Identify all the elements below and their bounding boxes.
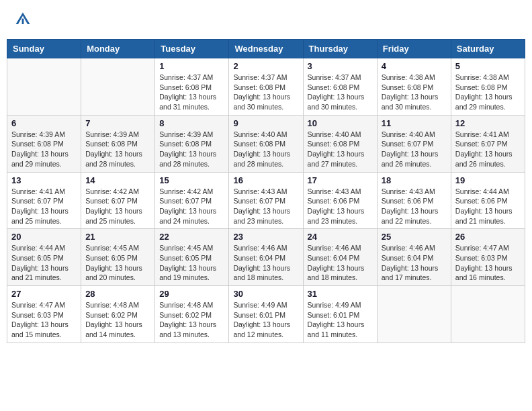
calendar-week-4: 20Sunrise: 4:44 AM Sunset: 6:05 PM Dayli…: [7, 229, 525, 286]
calendar-table: SundayMondayTuesdayWednesdayThursdayFrid…: [7, 39, 525, 343]
day-info: Sunrise: 4:43 AM Sunset: 6:06 PM Dayligh…: [308, 187, 373, 226]
day-number: 31: [308, 289, 373, 299]
day-number: 27: [11, 289, 77, 299]
day-number: 18: [382, 175, 447, 185]
svg-rect-2: [22, 19, 24, 24]
weekday-header-monday: Monday: [81, 40, 155, 58]
day-number: 13: [11, 175, 77, 185]
calendar-day: 23Sunrise: 4:46 AM Sunset: 6:04 PM Dayli…: [229, 229, 303, 286]
calendar-week-1: 1Sunrise: 4:37 AM Sunset: 6:08 PM Daylig…: [7, 58, 525, 116]
calendar-day: 16Sunrise: 4:43 AM Sunset: 6:07 PM Dayli…: [229, 172, 303, 229]
day-info: Sunrise: 4:43 AM Sunset: 6:07 PM Dayligh…: [233, 187, 298, 226]
calendar-day: 14Sunrise: 4:42 AM Sunset: 6:07 PM Dayli…: [81, 172, 155, 229]
calendar-day: 29Sunrise: 4:48 AM Sunset: 6:02 PM Dayli…: [155, 286, 229, 343]
day-info: Sunrise: 4:39 AM Sunset: 6:08 PM Dayligh…: [11, 130, 77, 169]
calendar-day: 1Sunrise: 4:37 AM Sunset: 6:08 PM Daylig…: [155, 58, 229, 116]
day-info: Sunrise: 4:38 AM Sunset: 6:08 PM Dayligh…: [382, 73, 447, 112]
calendar-day: 25Sunrise: 4:46 AM Sunset: 6:04 PM Dayli…: [377, 229, 451, 286]
calendar-day: [81, 58, 155, 116]
day-info: Sunrise: 4:46 AM Sunset: 6:04 PM Dayligh…: [382, 243, 447, 283]
calendar-day: 26Sunrise: 4:47 AM Sunset: 6:03 PM Dayli…: [451, 229, 525, 286]
weekday-header-saturday: Saturday: [451, 40, 525, 58]
day-info: Sunrise: 4:42 AM Sunset: 6:07 PM Dayligh…: [159, 187, 224, 226]
logo-icon: [13, 10, 32, 29]
calendar-week-2: 6Sunrise: 4:39 AM Sunset: 6:08 PM Daylig…: [7, 115, 525, 172]
day-number: 26: [455, 232, 521, 242]
day-number: 4: [382, 61, 447, 71]
calendar-day: 10Sunrise: 4:40 AM Sunset: 6:08 PM Dayli…: [303, 115, 377, 172]
calendar-header: SundayMondayTuesdayWednesdayThursdayFrid…: [7, 40, 525, 58]
calendar-day: 12Sunrise: 4:41 AM Sunset: 6:07 PM Dayli…: [451, 115, 525, 172]
day-info: Sunrise: 4:44 AM Sunset: 6:05 PM Dayligh…: [11, 243, 77, 283]
day-number: 28: [85, 289, 150, 299]
calendar-day: 28Sunrise: 4:48 AM Sunset: 6:02 PM Dayli…: [81, 286, 155, 343]
day-info: Sunrise: 4:40 AM Sunset: 6:08 PM Dayligh…: [308, 130, 373, 169]
logo: [13, 10, 36, 29]
calendar-day: 13Sunrise: 4:41 AM Sunset: 6:07 PM Dayli…: [7, 172, 81, 229]
day-number: 22: [159, 232, 224, 242]
day-number: 5: [455, 61, 521, 71]
weekday-header-tuesday: Tuesday: [155, 40, 229, 58]
day-info: Sunrise: 4:48 AM Sunset: 6:02 PM Dayligh…: [85, 300, 150, 340]
weekday-header-thursday: Thursday: [303, 40, 377, 58]
calendar-day: [377, 286, 451, 343]
weekday-header-friday: Friday: [377, 40, 451, 58]
calendar-day: 3Sunrise: 4:37 AM Sunset: 6:08 PM Daylig…: [303, 58, 377, 116]
day-info: Sunrise: 4:43 AM Sunset: 6:06 PM Dayligh…: [382, 187, 447, 226]
day-number: 8: [159, 118, 224, 128]
day-info: Sunrise: 4:37 AM Sunset: 6:08 PM Dayligh…: [159, 73, 224, 112]
day-info: Sunrise: 4:38 AM Sunset: 6:08 PM Dayligh…: [455, 73, 521, 112]
calendar-day: 8Sunrise: 4:39 AM Sunset: 6:08 PM Daylig…: [155, 115, 229, 172]
day-number: 7: [85, 118, 150, 128]
calendar-day: 7Sunrise: 4:39 AM Sunset: 6:08 PM Daylig…: [81, 115, 155, 172]
day-number: 10: [308, 118, 373, 128]
calendar-day: [451, 286, 525, 343]
day-info: Sunrise: 4:39 AM Sunset: 6:08 PM Dayligh…: [85, 130, 150, 169]
day-info: Sunrise: 4:48 AM Sunset: 6:02 PM Dayligh…: [159, 300, 224, 340]
day-number: 21: [85, 232, 150, 242]
calendar-day: 11Sunrise: 4:40 AM Sunset: 6:07 PM Dayli…: [377, 115, 451, 172]
day-number: 14: [85, 175, 150, 185]
day-number: 19: [455, 175, 521, 185]
calendar-day: 18Sunrise: 4:43 AM Sunset: 6:06 PM Dayli…: [377, 172, 451, 229]
day-info: Sunrise: 4:46 AM Sunset: 6:04 PM Dayligh…: [233, 243, 298, 283]
day-info: Sunrise: 4:45 AM Sunset: 6:05 PM Dayligh…: [159, 243, 224, 283]
day-number: 20: [11, 232, 77, 242]
day-info: Sunrise: 4:39 AM Sunset: 6:08 PM Dayligh…: [159, 130, 224, 169]
day-info: Sunrise: 4:41 AM Sunset: 6:07 PM Dayligh…: [11, 187, 77, 226]
day-number: 6: [11, 118, 77, 128]
calendar-day: 9Sunrise: 4:40 AM Sunset: 6:08 PM Daylig…: [229, 115, 303, 172]
calendar-day: 4Sunrise: 4:38 AM Sunset: 6:08 PM Daylig…: [377, 58, 451, 116]
day-info: Sunrise: 4:47 AM Sunset: 6:03 PM Dayligh…: [11, 300, 77, 340]
day-info: Sunrise: 4:37 AM Sunset: 6:08 PM Dayligh…: [233, 73, 298, 112]
day-number: 23: [233, 232, 298, 242]
day-info: Sunrise: 4:41 AM Sunset: 6:07 PM Dayligh…: [455, 130, 521, 169]
calendar-body: 1Sunrise: 4:37 AM Sunset: 6:08 PM Daylig…: [7, 58, 525, 343]
calendar-day: 30Sunrise: 4:49 AM Sunset: 6:01 PM Dayli…: [229, 286, 303, 343]
calendar-day: 20Sunrise: 4:44 AM Sunset: 6:05 PM Dayli…: [7, 229, 81, 286]
day-info: Sunrise: 4:46 AM Sunset: 6:04 PM Dayligh…: [308, 243, 373, 283]
calendar-day: 19Sunrise: 4:44 AM Sunset: 6:06 PM Dayli…: [451, 172, 525, 229]
day-number: 1: [159, 61, 224, 71]
day-number: 11: [382, 118, 447, 128]
day-info: Sunrise: 4:49 AM Sunset: 6:01 PM Dayligh…: [233, 300, 298, 340]
day-info: Sunrise: 4:44 AM Sunset: 6:06 PM Dayligh…: [455, 187, 521, 226]
day-number: 3: [308, 61, 373, 71]
day-number: 15: [159, 175, 224, 185]
calendar-day: 24Sunrise: 4:46 AM Sunset: 6:04 PM Dayli…: [303, 229, 377, 286]
day-number: 17: [308, 175, 373, 185]
day-number: 25: [382, 232, 447, 242]
day-number: 24: [308, 232, 373, 242]
page-header: [7, 7, 525, 32]
calendar-day: [7, 58, 81, 116]
day-info: Sunrise: 4:49 AM Sunset: 6:01 PM Dayligh…: [308, 300, 373, 340]
day-info: Sunrise: 4:47 AM Sunset: 6:03 PM Dayligh…: [455, 243, 521, 283]
calendar-day: 31Sunrise: 4:49 AM Sunset: 6:01 PM Dayli…: [303, 286, 377, 343]
day-info: Sunrise: 4:40 AM Sunset: 6:07 PM Dayligh…: [382, 130, 447, 169]
weekday-header-sunday: Sunday: [7, 40, 81, 58]
calendar-day: 21Sunrise: 4:45 AM Sunset: 6:05 PM Dayli…: [81, 229, 155, 286]
calendar-day: 15Sunrise: 4:42 AM Sunset: 6:07 PM Dayli…: [155, 172, 229, 229]
day-info: Sunrise: 4:45 AM Sunset: 6:05 PM Dayligh…: [85, 243, 150, 283]
day-info: Sunrise: 4:37 AM Sunset: 6:08 PM Dayligh…: [308, 73, 373, 112]
calendar-day: 22Sunrise: 4:45 AM Sunset: 6:05 PM Dayli…: [155, 229, 229, 286]
